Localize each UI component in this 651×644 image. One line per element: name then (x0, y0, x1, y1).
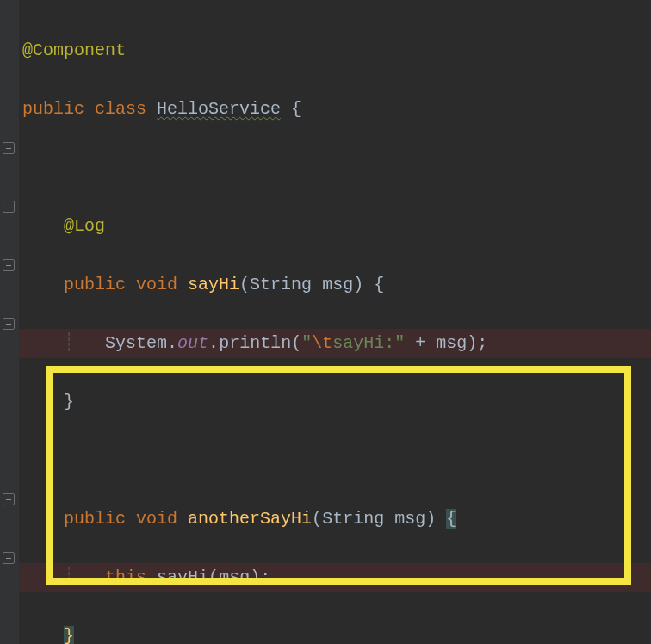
annotation: @Component (22, 40, 126, 60)
fold-line (9, 275, 9, 316)
static-field: out (177, 333, 208, 353)
fold-line (9, 509, 9, 550)
code-line-highlighted: ┊ System.out.println("\tsayHi:" + msg); (19, 329, 651, 358)
fold-icon[interactable] (3, 552, 15, 564)
class-name: HelloService (157, 99, 281, 119)
code-line: @Component (19, 36, 651, 65)
code-line: } (19, 387, 651, 417)
matched-brace: } (64, 626, 74, 644)
code-editor[interactable]: @Component public class HelloService { @… (19, 7, 651, 644)
code-line (19, 446, 651, 475)
code-line: @Log (19, 212, 651, 241)
method-name: anotherSayHi (188, 509, 312, 529)
code-line: } (19, 622, 651, 644)
fold-icon[interactable] (3, 201, 15, 213)
code-line (19, 153, 651, 183)
fold-line (9, 158, 9, 199)
fold-icon[interactable] (3, 259, 15, 271)
fold-line (9, 245, 9, 258)
matched-brace: { (446, 509, 456, 529)
editor-gutter (0, 0, 19, 644)
code-line: public void sayHi(String msg) { (19, 270, 651, 300)
fold-icon[interactable] (3, 142, 15, 154)
method-name: sayHi (188, 275, 239, 294)
code-line: public class HelloService { (19, 95, 651, 124)
fold-icon[interactable] (3, 493, 15, 505)
code-line: public void anotherSayHi(String msg) { (19, 505, 651, 534)
fold-icon[interactable] (3, 318, 15, 330)
code-line-highlighted: ┊ this.sayHi(msg); (19, 563, 651, 592)
annotation: @Log (64, 216, 105, 236)
